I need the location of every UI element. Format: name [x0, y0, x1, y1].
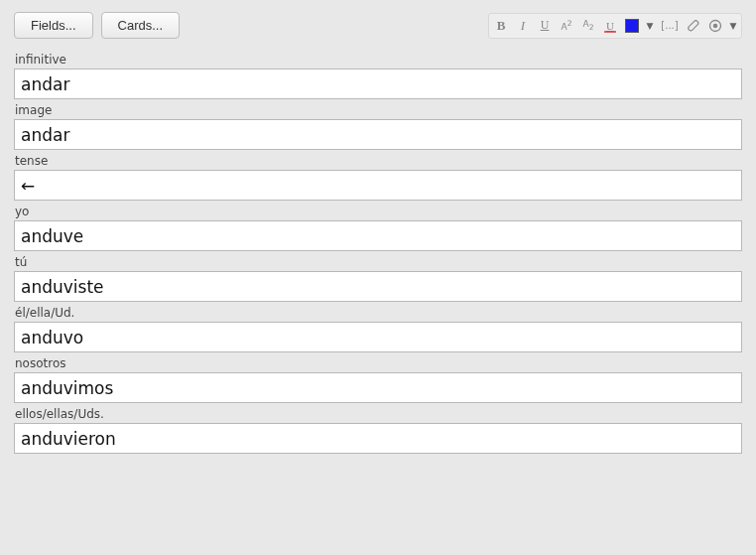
svg-text:U: U [606, 20, 614, 32]
field-input[interactable] [14, 423, 742, 454]
italic-button[interactable]: I [512, 15, 534, 37]
paperclip-icon [687, 19, 700, 33]
color-dropdown-button[interactable]: ▼ [643, 15, 657, 37]
superscript-button[interactable]: A2 [556, 15, 577, 37]
fields-area: infinitiveimagetenseyotúél/ella/Ud.nosot… [0, 53, 756, 468]
cards-button[interactable]: Cards... [101, 12, 181, 39]
underline-icon: U [541, 18, 550, 33]
fields-button[interactable]: Fields... [14, 12, 93, 39]
field-input[interactable] [14, 372, 742, 403]
color-swatch-icon [625, 19, 639, 33]
bold-icon: B [497, 18, 506, 34]
field-input[interactable] [14, 271, 742, 302]
top-bar: Fields... Cards... B I U A2 A2 U ▼ [...] [0, 0, 756, 49]
field-label: él/ella/Ud. [14, 306, 742, 320]
field-input[interactable] [14, 119, 742, 150]
remove-format-button[interactable]: U [599, 15, 621, 37]
field-label: tú [14, 255, 742, 269]
bold-button[interactable]: B [490, 15, 512, 37]
cloze-icon: [...] [661, 20, 678, 31]
field-input[interactable] [14, 322, 742, 352]
field-label: tense [14, 154, 742, 168]
field-label: image [14, 103, 742, 117]
record-icon [708, 19, 722, 33]
text-color-button[interactable] [621, 15, 643, 37]
chevron-down-icon: ▼ [647, 21, 654, 31]
attach-button[interactable] [683, 15, 704, 37]
subscript-button[interactable]: A2 [577, 15, 599, 37]
italic-icon: I [521, 18, 525, 34]
eraser-icon: U [603, 19, 617, 33]
field-label: ellos/ellas/Uds. [14, 407, 742, 421]
chevron-down-icon: ▼ [730, 21, 737, 31]
svg-point-3 [713, 23, 718, 28]
field-label: infinitive [14, 53, 742, 67]
subscript-icon: A2 [583, 19, 594, 32]
record-button[interactable] [704, 15, 726, 37]
field-input[interactable] [14, 69, 742, 99]
field-input[interactable] [14, 170, 742, 201]
field-input[interactable] [14, 220, 742, 251]
more-button[interactable]: ▼ [726, 15, 740, 37]
format-toolbar: B I U A2 A2 U ▼ [...] [488, 13, 742, 39]
field-label: nosotros [14, 356, 742, 370]
field-label: yo [14, 205, 742, 218]
superscript-icon: A2 [562, 19, 572, 32]
cloze-button[interactable]: [...] [657, 15, 683, 37]
underline-button[interactable]: U [534, 15, 556, 37]
